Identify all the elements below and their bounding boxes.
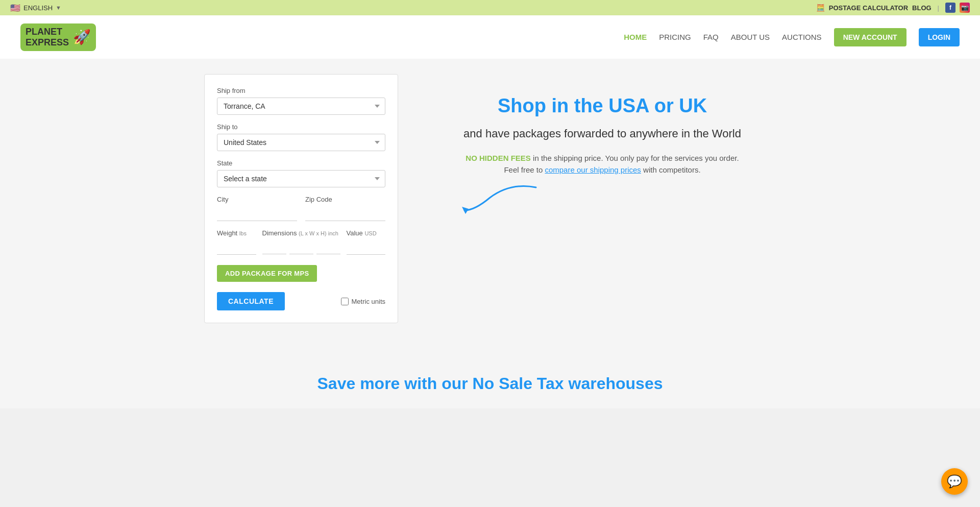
city-group: City [217, 196, 297, 221]
dims-group: Dimensions (L x W x H) inch [262, 229, 340, 254]
arrow-container [429, 182, 776, 218]
weight-label: Weight lbs [217, 229, 256, 237]
city-label: City [217, 196, 297, 203]
ship-from-label: Ship from [217, 87, 385, 94]
calculate-button[interactable]: CALCULATE [217, 292, 285, 310]
zip-label: Zip Code [305, 196, 385, 203]
state-label: State [217, 159, 385, 167]
state-select[interactable]: Select a state [217, 170, 385, 187]
metric-units-group[interactable]: Metric units [341, 298, 385, 305]
metric-label: Metric units [352, 298, 385, 305]
top-bar-right: 🧮 POSTAGE CALCULATOR BLOG | f 📷 [816, 3, 970, 13]
nav-pricing[interactable]: PRICING [659, 33, 691, 41]
curved-arrow-svg [459, 182, 541, 218]
hero-compare: Feel free to compare our shipping prices… [429, 165, 776, 174]
nav-about-us[interactable]: ABOUT US [731, 33, 770, 41]
ship-from-select[interactable]: Torrance, CA [217, 98, 385, 115]
value-label: Value USD [347, 229, 386, 237]
ship-from-group: Ship from Torrance, CA [217, 87, 385, 115]
compare-link[interactable]: compare our shipping prices [545, 165, 641, 174]
dim-w-input[interactable] [289, 240, 313, 254]
flag-icon: 🇺🇸 [10, 3, 20, 13]
chat-button[interactable]: 💬 [941, 468, 968, 495]
save-more-section: Save more with our No Sale Tax warehouse… [0, 354, 980, 408]
add-package-button[interactable]: ADD PACKAGE FOR MPS [217, 265, 317, 282]
main-content: Ship from Torrance, CA Ship to United St… [0, 59, 980, 354]
new-account-button[interactable]: NEW ACCOUNT [834, 28, 906, 46]
weight-input[interactable] [217, 240, 256, 255]
top-bar: 🇺🇸 ENGLISH ▼ 🧮 POSTAGE CALCULATOR BLOG |… [0, 0, 980, 15]
compare-suffix: with competitors. [643, 165, 701, 174]
hero-section: Shop in the USA or UK and have packages … [429, 74, 776, 218]
hero-subtitle: and have packages forwarded to anywhere … [429, 126, 776, 142]
zip-group: Zip Code [305, 196, 385, 221]
postage-calculator-link[interactable]: POSTAGE CALCULATOR [829, 4, 908, 12]
logo-planet: PLANET [26, 27, 69, 37]
dims-label: Dimensions (L x W x H) inch [262, 229, 340, 237]
hero-title: Shop in the USA or UK [429, 94, 776, 118]
value-group: Value USD [347, 229, 386, 255]
divider: | [938, 4, 939, 12]
weight-dims-row: Weight lbs Dimensions (L x W x H) inch [217, 229, 385, 255]
dim-h-input[interactable] [316, 240, 340, 254]
nav-auctions[interactable]: AUCTIONS [782, 33, 822, 41]
ship-to-group: Ship to United States [217, 123, 385, 151]
language-selector[interactable]: 🇺🇸 ENGLISH ▼ [10, 3, 61, 13]
svg-marker-0 [462, 207, 469, 214]
logo[interactable]: PLANET EXPRESS 🚀 [20, 23, 96, 51]
calculator-icon: 🧮 [816, 4, 825, 12]
ship-to-label: Ship to [217, 123, 385, 131]
login-button[interactable]: LOGIN [919, 28, 960, 46]
blog-link[interactable]: BLOG [912, 4, 932, 12]
save-more-title: Save more with our No Sale Tax warehouse… [0, 374, 980, 393]
fees-body-text: in the shipping price. You only pay for … [533, 154, 739, 162]
ship-to-select[interactable]: United States [217, 134, 385, 151]
zip-input[interactable] [305, 206, 385, 221]
header: PLANET EXPRESS 🚀 HOME PRICING FAQ ABOUT … [0, 15, 980, 59]
chat-icon: 💬 [947, 474, 962, 489]
nav-faq[interactable]: FAQ [703, 33, 719, 41]
form-footer: CALCULATE Metric units [217, 292, 385, 310]
facebook-icon[interactable]: f [945, 3, 955, 13]
rocket-icon: 🚀 [73, 29, 91, 45]
main-nav: HOME PRICING FAQ ABOUT US AUCTIONS NEW A… [624, 28, 960, 46]
dropdown-arrow-icon: ▼ [56, 5, 61, 11]
weight-group: Weight lbs [217, 229, 256, 255]
calculator-card: Ship from Torrance, CA Ship to United St… [204, 74, 398, 323]
hero-fees: NO HIDDEN FEES in the shipping price. Yo… [429, 154, 776, 162]
language-label: ENGLISH [23, 4, 53, 12]
instagram-icon[interactable]: 📷 [960, 3, 970, 13]
state-group: State Select a state [217, 159, 385, 187]
city-zip-row: City Zip Code [217, 196, 385, 221]
nav-home[interactable]: HOME [624, 33, 647, 41]
metric-checkbox[interactable] [341, 298, 349, 305]
logo-express: EXPRESS [26, 37, 69, 48]
compare-prefix: Feel free to [504, 165, 543, 174]
no-hidden-fees-text: NO HIDDEN FEES [465, 154, 531, 162]
city-input[interactable] [217, 206, 297, 221]
dim-l-input[interactable] [262, 240, 286, 254]
value-input[interactable] [347, 240, 386, 255]
